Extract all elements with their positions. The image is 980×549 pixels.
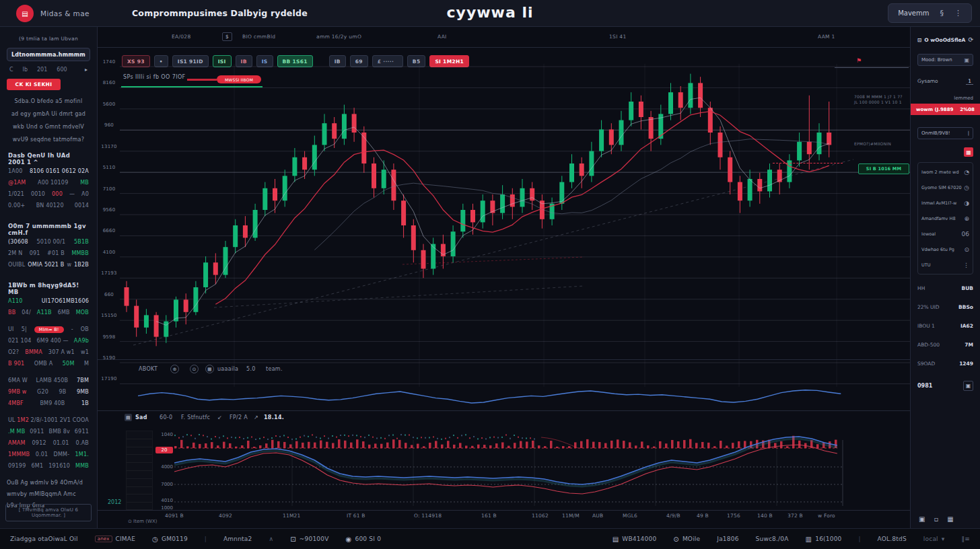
menu-item-icon[interactable]: ◔ bbox=[964, 169, 969, 176]
time-label[interactable]: 11M/M bbox=[562, 513, 580, 519]
alert-cta-button[interactable]: CK KI SEKHI bbox=[7, 79, 61, 90]
indicator-header-item[interactable]: ↗ bbox=[254, 414, 258, 420]
watchlist-row[interactable]: OUIBLOMIA 5021 Bw1B2B bbox=[7, 259, 90, 270]
filter-option[interactable]: 600 bbox=[57, 67, 67, 73]
time-label[interactable]: 11062 bbox=[532, 513, 549, 519]
time-label[interactable]: 4092 bbox=[219, 513, 232, 519]
menu-item-icon[interactable]: ⋮ bbox=[963, 262, 969, 268]
ladder-row[interactable] bbox=[127, 439, 152, 447]
depth-ladder[interactable] bbox=[126, 431, 153, 510]
panel-menu-item[interactable]: Vdwhae 6tu Pg⊙ bbox=[921, 242, 969, 257]
menu-item-icon[interactable]: ⊙ bbox=[964, 246, 969, 253]
statusbar-item[interactable]: anexCIMAE bbox=[95, 536, 135, 542]
menu-item-icon[interactable]: ◷ bbox=[964, 184, 969, 191]
watchlist-row[interactable]: 1/0210010000—A0 bbox=[7, 188, 90, 200]
indicator-header-item[interactable]: FP/2 A bbox=[230, 414, 248, 420]
watchlist-row[interactable]: UI5|MIm= B!-OB bbox=[7, 324, 90, 335]
menu-item-icon[interactable]: 06 bbox=[962, 231, 969, 237]
statusbar-item[interactable]: ▥16(1000 bbox=[806, 536, 842, 543]
statusbar-item[interactable]: Amnnta2 bbox=[223, 536, 252, 542]
panel-menu-item[interactable]: Amandfamv H8⊕ bbox=[921, 211, 969, 226]
watchlist-row[interactable]: 1A008106 0161 0612 02A bbox=[7, 166, 90, 177]
watchlist-row[interactable]: A110UI17O61MB1606 bbox=[7, 295, 90, 307]
price-chart-canvas[interactable] bbox=[120, 64, 910, 387]
panel-tool-icon[interactable]: ▦ bbox=[947, 515, 953, 523]
time-label[interactable]: 49 B bbox=[697, 513, 709, 519]
subtool-item[interactable]: ⊕ bbox=[170, 365, 179, 373]
time-label[interactable]: 372 B bbox=[788, 513, 803, 519]
indicator-header-item[interactable]: F. Stfnutfc bbox=[181, 414, 210, 420]
panel-field-row[interactable]: Gysamo 1 bbox=[917, 78, 973, 85]
time-label[interactable]: 4091 B bbox=[165, 513, 184, 519]
panel-menu-item[interactable]: Gyome SIM 67020◷ bbox=[921, 180, 969, 195]
statusbar-item[interactable]: ▤WB414000 bbox=[612, 536, 657, 543]
statusbar-item[interactable]: ⊙MOile bbox=[673, 536, 700, 543]
watchlist-row[interactable]: 0.00+BN 401200014 bbox=[7, 200, 90, 211]
refresh-icon[interactable]: ⟳ bbox=[968, 36, 973, 43]
subtool-item[interactable]: team. bbox=[266, 366, 283, 372]
indicator-canvas[interactable] bbox=[174, 431, 910, 510]
watchlist-row[interactable]: 2M N091#01 BMMBB bbox=[7, 248, 90, 259]
statusbar-item[interactable]: local▾ bbox=[923, 536, 945, 542]
watchlist-row[interactable]: .M MB0911BMB 8v6911 bbox=[7, 426, 90, 437]
target-price-badge[interactable]: SI B 1016 MM bbox=[858, 163, 909, 174]
watchlist-row[interactable]: 4MBFBM9 40B1B bbox=[7, 398, 90, 409]
ladder-row[interactable] bbox=[127, 455, 152, 463]
flag-marker-icon[interactable]: ⚑ bbox=[856, 57, 862, 64]
indicator-header-item[interactable]: Sad bbox=[135, 414, 147, 420]
subtool-item[interactable]: uaaaila bbox=[217, 366, 238, 372]
time-label[interactable]: MGL6 bbox=[623, 513, 637, 519]
indicator-header-item[interactable]: ↙ bbox=[217, 414, 222, 420]
panel-bottom-row[interactable]: 0981 ▣ bbox=[917, 381, 973, 391]
ladder-row[interactable] bbox=[127, 471, 152, 479]
statusbar-item[interactable]: ◉600 SI 0 bbox=[346, 536, 382, 543]
bottom-box-icon[interactable]: ▣ bbox=[963, 381, 973, 391]
statusbar-item[interactable]: Suwc8./0A bbox=[756, 536, 789, 542]
ladder-row[interactable] bbox=[127, 495, 152, 503]
filter-option[interactable]: 201 bbox=[37, 67, 47, 73]
cursor-icon[interactable]: ▸ bbox=[85, 67, 88, 73]
indicator-header-item[interactable]: 60-0 bbox=[160, 414, 172, 420]
subtool-item[interactable]: ABOKT bbox=[139, 366, 158, 372]
time-label[interactable]: 1756 bbox=[727, 513, 740, 519]
watchlist-row[interactable]: @1AMA00 10109MB bbox=[7, 177, 90, 188]
field-value[interactable]: 1 bbox=[966, 78, 973, 85]
time-label[interactable]: 161 B bbox=[481, 513, 497, 519]
statusbar-item[interactable]: ‖≡ bbox=[962, 536, 970, 542]
settings-icon[interactable]: § bbox=[940, 9, 944, 17]
panel-search-icon[interactable]: ▣ bbox=[964, 57, 969, 63]
menu-item-icon[interactable]: ◑ bbox=[964, 200, 969, 207]
time-label[interactable]: AUB bbox=[592, 513, 603, 519]
time-label[interactable]: 4/9/B bbox=[666, 513, 680, 519]
watchlist-row[interactable]: AMAM091201.010.AB bbox=[7, 437, 90, 449]
watchlist-row[interactable]: B 901OMB A50MM bbox=[7, 358, 90, 369]
statusbar-item[interactable]: ∧ bbox=[269, 536, 273, 542]
warning-icon[interactable]: ▦ bbox=[964, 147, 973, 157]
panel-search-box[interactable]: Mood: Brown ▣ bbox=[917, 54, 973, 66]
indicator-header-item[interactable]: 18.14. bbox=[264, 414, 284, 420]
time-label[interactable]: O: 114918 bbox=[414, 513, 442, 519]
oscillator-canvas[interactable] bbox=[120, 382, 910, 412]
time-label[interactable]: 11M21 bbox=[283, 513, 301, 519]
ladder-row[interactable] bbox=[127, 479, 152, 487]
statusbar-item[interactable]: Ziadgga otaOiwaL Oil bbox=[10, 536, 78, 542]
watchlist-row[interactable]: BB04/A11B6MBMOB bbox=[7, 307, 90, 318]
panel-menu-item[interactable]: Inmwl AvM1I?-w◑ bbox=[921, 195, 969, 211]
subtool-item[interactable]: ⊙ bbox=[190, 365, 199, 373]
ladder-row[interactable] bbox=[127, 447, 152, 455]
statusbar-item[interactable]: AOL.8tdS bbox=[878, 536, 907, 542]
statusbar-item[interactable]: ◷GM0119 bbox=[152, 536, 188, 543]
time-label[interactable]: IT 61 B bbox=[347, 513, 365, 519]
watchlist-row[interactable]: 9MB wG209B9MB bbox=[7, 386, 90, 398]
panel-tool-icon[interactable]: ▣ bbox=[919, 515, 925, 523]
watchlist-search-input[interactable] bbox=[7, 48, 90, 61]
subtool-item[interactable]: ▦ bbox=[205, 365, 214, 373]
statusbar-item[interactable]: Ja1806 bbox=[717, 536, 738, 542]
watchlist-row[interactable]: 091996M1191610MMB bbox=[7, 460, 90, 472]
time-label[interactable]: 140 B bbox=[757, 513, 773, 519]
watchlist-row[interactable]: 1MMMB0.01DMM-1M1. bbox=[7, 449, 90, 460]
ladder-row[interactable] bbox=[127, 431, 152, 439]
panel-tool-icon[interactable]: ▫ bbox=[934, 515, 938, 523]
ladder-row[interactable] bbox=[127, 463, 152, 471]
subtool-item[interactable]: 5.0 bbox=[246, 366, 256, 372]
